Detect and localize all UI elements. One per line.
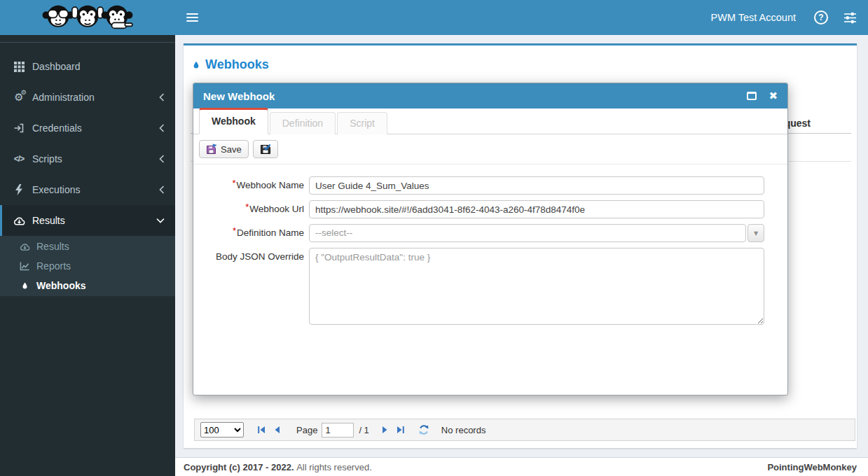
chevron-left-icon [159,155,165,163]
maximize-icon[interactable] [747,92,757,100]
sidebar-subitem-label: Results [36,241,69,252]
sidebar-item-results[interactable]: Results [0,205,175,236]
sidebar: Dashboard ⚙⚙ Administration Credentials [0,0,175,476]
top-navbar: PWM Test Account ? [175,0,868,35]
form-row: Body JSON Override [193,248,787,325]
modal-toolbar: Save [193,134,787,164]
definition-name-select[interactable]: --select-- ▼ [309,224,764,242]
navbar-right: PWM Test Account ? [701,1,868,34]
close-icon[interactable]: ✖ [769,90,778,102]
form-row: *Definition Name --select-- ▼ [193,224,787,242]
page-title: Webhooks [205,57,269,72]
cloud-download-icon [17,242,32,251]
copyright-rest: All rights reserved. [296,462,372,472]
page-label: Page [296,425,317,435]
sidebar-subitem-webhooks[interactable]: Webhooks [0,276,175,295]
gears-icon: ⚙⚙ [11,92,27,103]
sidebar-item-credentials[interactable]: Credentials [0,113,175,144]
total-pages-label: / 1 [359,425,368,435]
droplet-icon [192,59,200,70]
tab-definition[interactable]: Definition [270,112,336,134]
chevron-left-icon [159,186,165,194]
webhook-name-input[interactable] [309,176,764,195]
sidebar-item-scripts[interactable]: </> Scripts [0,144,175,174]
sidebar-subitem-reports[interactable]: Reports [0,256,175,276]
modal-header: New Webhook ✖ [193,83,787,108]
cloud-download-icon [11,216,27,226]
tab-webhook[interactable]: Webhook [199,108,268,134]
records-status: No records [441,425,486,435]
pointing-monkey-icon [101,3,133,32]
save-and-close-button[interactable] [253,140,278,158]
sidebar-menu: Dashboard ⚙⚙ Administration Credentials [0,42,175,296]
sidebar-submenu: Results Reports Webhooks [0,236,175,296]
save-check-icon [260,144,271,155]
refresh-button[interactable] [418,424,429,435]
hands-up-monkey-icon [71,3,104,32]
chevron-down-icon [156,218,165,223]
sidebar-subitem-results[interactable]: Results [0,237,175,256]
sidebar-item-label: Executions [32,184,80,195]
code-icon: </> [11,154,27,164]
save-floppy-icon [206,144,217,155]
sidebar-subitem-label: Webhooks [36,280,86,291]
see-no-evil-monkey-icon [42,3,74,32]
field-label-text: Definition Name [237,227,304,238]
webhook-url-input[interactable] [309,200,764,218]
first-page-button[interactable] [256,425,266,435]
dropdown-arrow-icon[interactable]: ▼ [748,224,764,242]
save-button[interactable]: Save [199,140,249,158]
droplet-icon [17,281,32,290]
sidebar-item-label: Results [32,215,65,226]
chevron-left-icon [159,93,165,102]
tab-script[interactable]: Script [337,112,387,134]
next-page-button[interactable] [380,425,390,435]
line-chart-icon [17,261,32,271]
webhook-url-label: *Webhook Url [193,200,309,218]
footer: Copyright (c) 2017 - 2022. All rights re… [175,457,868,476]
modal-tabs: Webhook Definition Script [193,108,787,134]
card-header: Webhooks [184,46,857,79]
field-label-text: Body JSON Override [216,251,304,262]
sign-in-icon [11,122,27,134]
last-page-button[interactable] [396,425,406,435]
webhook-form: *Webhook Name *Webhook Url *Definition N… [193,164,787,325]
field-label-text: Webhook Name [236,180,304,190]
sidebar-item-label: Administration [32,92,95,103]
lightning-bolt-icon [11,184,27,195]
copyright-text: Copyright (c) 2017 - 2022. All rights re… [184,462,372,472]
logo[interactable] [0,0,175,35]
body-json-override-textarea[interactable] [309,248,764,325]
required-asterisk: * [245,202,249,212]
account-menu[interactable]: PWM Test Account [701,1,806,34]
sidebar-item-label: Credentials [32,122,82,134]
pagination-bar: 100 Page / 1 No records [194,419,855,441]
form-row: *Webhook Name [193,176,787,195]
form-row: *Webhook Url [193,200,787,218]
selected-option-label: --select-- [309,224,746,242]
prev-page-button[interactable] [273,425,282,435]
sidebar-item-dashboard[interactable]: Dashboard [0,51,175,82]
hamburger-menu-icon[interactable] [186,11,198,24]
brand-name: PointingWebMonkey [767,462,857,472]
webhook-name-label: *Webhook Name [193,176,309,195]
sidebar-item-label: Dashboard [32,61,81,72]
modal-title: New Webhook [203,90,275,102]
dashboard-grid-icon [11,62,27,72]
copyright-strong: Copyright (c) 2017 - 2022. [184,462,294,472]
sidebar-item-executions[interactable]: Executions [0,174,175,205]
sidebar-item-label: Scripts [32,153,62,164]
required-asterisk: * [233,225,236,236]
body-json-override-label: Body JSON Override [193,248,309,325]
sidebar-item-administration[interactable]: ⚙⚙ Administration [0,82,175,113]
settings-sliders-icon[interactable] [843,12,857,24]
chevron-left-icon [159,124,165,132]
sidebar-subitem-label: Reports [36,260,71,272]
field-label-text: Webhook Url [249,204,304,214]
required-asterisk: * [232,178,235,188]
definition-name-label: *Definition Name [193,224,309,242]
page-number-input[interactable] [322,423,354,438]
page-size-select[interactable]: 100 [200,422,244,438]
new-webhook-modal: New Webhook ✖ Webhook Definition Script … [193,83,788,396]
help-icon[interactable]: ? [814,10,828,24]
